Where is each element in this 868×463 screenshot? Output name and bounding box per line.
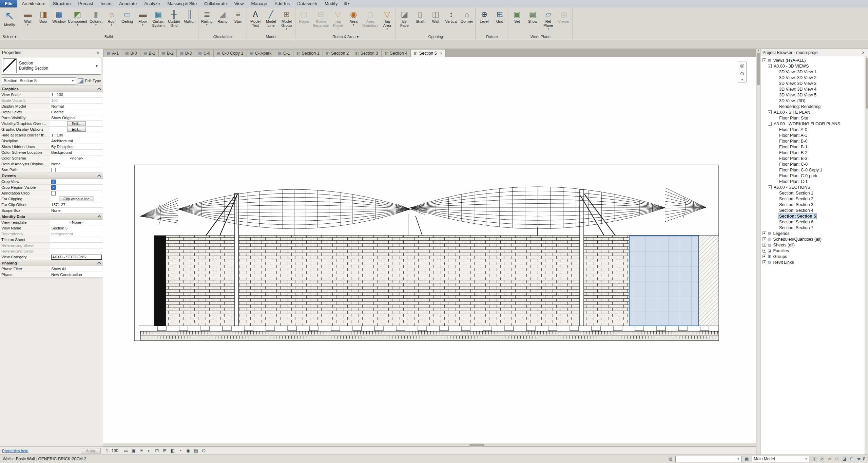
tree-item-rendering-rendering[interactable]: Rendering: Rendering <box>760 104 865 109</box>
property-group-phasing[interactable]: Phasing <box>0 260 103 266</box>
view-tab-b-0[interactable]: ▤B-0 <box>122 50 140 57</box>
chevron-down-icon[interactable]: ▼ <box>94 64 100 68</box>
ribbon-button-model-group[interactable]: ⊞ModelGroup▾ <box>279 8 294 31</box>
steering-wheel-icon[interactable]: ◎ <box>738 61 746 70</box>
ribbon-tab-structure[interactable]: Structure <box>49 0 75 7</box>
ribbon-button-model-line[interactable]: ╱ModelLine <box>263 8 279 27</box>
view-tab-c-0[interactable]: ▤C-0 <box>195 50 214 57</box>
tree-item-floor-plan-b-3[interactable]: Floor Plan: B-3 <box>760 155 865 161</box>
view-scale-control[interactable]: 1 : 100 <box>106 448 118 453</box>
tree-item-floor-plan-a-1[interactable]: Floor Plan: A-1 <box>760 132 865 138</box>
visibility-graphics-overr-button[interactable]: Edit... <box>67 121 85 126</box>
underlay-select-icon[interactable]: ▱ <box>826 457 832 461</box>
ribbon-button-window[interactable]: ▦Window <box>51 8 67 23</box>
ribbon-tab-modify[interactable]: Modify <box>321 0 341 7</box>
ribbon-button-tag-room[interactable]: ▽TagRoom▾ <box>330 8 346 31</box>
close-view-tab-icon[interactable]: × <box>440 51 443 56</box>
tree-item-section-section-7[interactable]: Section: Section 7 <box>760 225 865 230</box>
selected-element[interactable] <box>629 236 699 326</box>
close-properties-icon[interactable]: × <box>95 50 101 55</box>
tree-item-floor-plan-b-1[interactable]: Floor Plan: B-1 <box>760 144 865 150</box>
ribbon-button-viewer[interactable]: ◎Viewer <box>556 8 572 23</box>
ribbon-tab-annotate[interactable]: Annotate <box>115 0 140 7</box>
tree-item-floor-plan-c-0-park[interactable]: Floor Plan: C-0-park <box>760 173 865 179</box>
tree-item-sheets-all[interactable]: +▧Sheets (all) <box>760 242 865 248</box>
collapse-chevron-icon[interactable] <box>97 261 101 265</box>
apply-button[interactable]: Apply <box>81 448 101 453</box>
tree-item-section-section-3[interactable]: Section: Section 3 <box>760 202 865 207</box>
ribbon-button-dormer[interactable]: ⌂Dormer <box>459 8 475 23</box>
tree-item-schedules-quantities-all[interactable]: +▥Schedules/Quantities (all) <box>760 236 865 242</box>
filter-icon[interactable] <box>857 458 861 461</box>
close-project-browser-icon[interactable]: × <box>861 50 866 55</box>
sun-path-checkbox[interactable] <box>51 168 56 172</box>
ribbon-button-ref-plane[interactable]: ▱RefPlane▾ <box>540 8 556 31</box>
tree-item-views-hya-all[interactable]: -▦Views (HYA-ALL) <box>760 57 865 63</box>
property-group-extents[interactable]: Extents <box>0 173 103 179</box>
crop-view-icon[interactable]: ⊞ <box>161 447 168 454</box>
ribbon-tab-add-ins[interactable]: Add-Ins <box>271 0 294 7</box>
ribbon-button-tag-area[interactable]: ▽TagArea▾ <box>379 8 395 31</box>
detail-level-icon[interactable]: ▭ <box>122 447 129 454</box>
file-menu-button[interactable]: File <box>0 0 17 7</box>
reveal-constraints-icon[interactable]: ∅ <box>200 447 207 454</box>
ribbon-tab-manage[interactable]: Manage <box>248 0 271 7</box>
graphic-display-options-button[interactable]: Edit... <box>67 127 85 132</box>
workset-combo[interactable]: ▼ <box>675 456 741 462</box>
tree-item-3d-view-3d-view-1[interactable]: 3D View: 3D View 1 <box>760 69 865 75</box>
ribbon-tab-collaborate[interactable]: Collaborate <box>200 0 231 7</box>
view-tab-section-1[interactable]: ◧Section 1 <box>293 50 323 57</box>
ribbon-tab-view[interactable]: View <box>231 0 248 7</box>
ribbon-button-model-text[interactable]: AModelText <box>248 8 263 27</box>
ribbon-tab-massing-site[interactable]: Massing & Site <box>163 0 200 7</box>
tree-item-a0-00-3d-views[interactable]: -A0.00 - 3D VIEWS <box>760 63 865 69</box>
tree-item-a1-00-site-plan[interactable]: -A1.00 - SITE PLAN <box>760 109 865 115</box>
collapse-chevron-icon[interactable] <box>97 87 101 91</box>
expand-icon[interactable]: + <box>763 237 766 241</box>
edit-type-button[interactable]: Edit Type <box>85 79 101 83</box>
tree-item-3d-view-3d-view-5[interactable]: 3D View: 3D View 5 <box>760 92 865 98</box>
tree-item-section-section-5[interactable]: Section: Section 5 <box>760 213 865 219</box>
zoom-icon[interactable]: ⊙ <box>738 70 746 78</box>
ribbon-tab-analyze[interactable]: Analyze <box>140 0 163 7</box>
tree-item-floor-plan-site[interactable]: Floor Plan: Site <box>760 115 865 121</box>
annotation-crop-checkbox[interactable] <box>51 191 56 196</box>
expand-icon[interactable]: + <box>763 249 766 253</box>
ribbon-button-opening-wall[interactable]: ◫Wall <box>428 8 443 23</box>
ribbon-button-shaft[interactable]: ▯Shaft <box>412 8 428 23</box>
collapse-chevron-icon[interactable] <box>97 215 101 219</box>
tree-item-floor-plan-b-2[interactable]: Floor Plan: B-2 <box>760 150 865 155</box>
drag-on-selection-icon[interactable]: ⊡ <box>849 457 855 461</box>
ribbon-tab-datasmith[interactable]: Datasmith <box>293 0 321 7</box>
view-tab-c-0-park[interactable]: ▤C-0-park <box>247 50 275 57</box>
section-drawing[interactable] <box>103 57 756 443</box>
ribbon-display-toggle-icon[interactable]: ⊡ ▾ <box>341 0 352 7</box>
tree-item-revit-links[interactable]: +▨Revit Links <box>760 259 865 265</box>
shadows-icon[interactable]: ◐ <box>146 447 153 454</box>
show-crop-region-icon[interactable]: ◧ <box>169 447 176 454</box>
face-select-icon[interactable]: ◪ <box>841 457 847 461</box>
expand-icon[interactable]: + <box>763 243 766 247</box>
tree-item-groups[interactable]: +▣Groups <box>760 254 865 259</box>
ribbon-tab-insert[interactable]: Insert <box>97 0 116 7</box>
tree-item-floor-plan-a-0[interactable]: Floor Plan: A-0 <box>760 127 865 132</box>
ribbon-button-room[interactable]: ▢Room <box>296 8 312 23</box>
ribbon-button-column[interactable]: ▮Column▾ <box>88 8 104 26</box>
ribbon-button-roof[interactable]: ⌂Roof▾ <box>104 8 119 26</box>
collapse-icon[interactable]: - <box>768 64 772 68</box>
type-selector[interactable]: Section Building Section ▼ <box>0 56 103 76</box>
ribbon-button-room-separator[interactable]: ⊟RoomSeparator <box>312 8 330 27</box>
collapse-icon[interactable]: - <box>768 185 772 189</box>
pb-scroll-thumb[interactable] <box>866 58 868 109</box>
design-option-combo[interactable]: Main Model ▼ <box>752 456 809 462</box>
ribbon-button-mullion[interactable]: ║Mullion <box>182 8 197 23</box>
ribbon-button-ceiling[interactable]: ▭Ceiling <box>119 8 135 23</box>
ribbon-button-grid[interactable]: ⊞Grid <box>492 8 507 23</box>
view-tab-c-1[interactable]: ▤C-1 <box>275 50 294 57</box>
ribbon-button-vertical[interactable]: ↕Vertical <box>443 8 459 23</box>
ribbon-button-railing[interactable]: ≣Railing▾ <box>199 8 215 26</box>
scroll-up-icon[interactable]: ▲ <box>757 49 759 51</box>
ribbon-button-floor[interactable]: ▬Floor▾ <box>135 8 151 26</box>
tree-item-families[interactable]: +◪Families <box>760 248 865 254</box>
ribbon-button-modify[interactable]: ↖Modify <box>1 8 18 27</box>
